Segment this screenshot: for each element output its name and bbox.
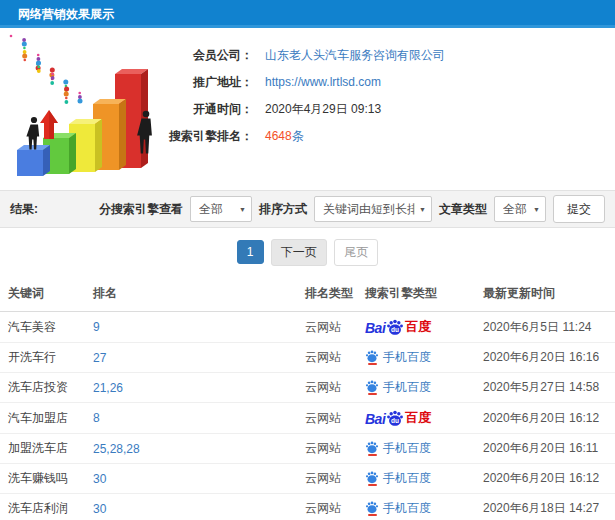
sort-label: 排序方式 [259, 201, 307, 218]
mobile-baidu-label: 手机百度 [383, 349, 431, 366]
results-table-body: 汽车美容9云网站Bai du 百度2020年6月5日 11:24开洗车行27云网… [0, 312, 615, 520]
mobile-baidu-logo-icon: 手机百度 [365, 440, 431, 457]
article-type-label: 文章类型 [439, 201, 487, 218]
mobile-baidu-underline [368, 363, 377, 365]
bar-blue [17, 145, 50, 176]
updated-time-cell: 2020年6月18日 14:27 [478, 494, 615, 520]
paw-icon [365, 380, 379, 393]
header-engine-type: 搜索引擎类型 [360, 276, 478, 312]
table-row: 洗车赚钱吗30云网站 手机百度2020年6月20日 16:12 [0, 464, 615, 494]
mobile-baidu-paw-icon [365, 350, 379, 365]
next-page-button[interactable]: 下一页 [271, 239, 327, 266]
table-row: 加盟洗车店25,28,28云网站 手机百度2020年6月20日 16:11 [0, 434, 615, 464]
info-row-open-time: 开通时间： 2020年4月29日 09:13 [160, 96, 605, 122]
rank-link[interactable]: 27 [93, 351, 106, 365]
engine-filter-select-wrap: 全部 [190, 196, 252, 222]
rank-cell: 30 [88, 464, 300, 494]
paw-icon: du [386, 319, 404, 336]
engine-cell: 手机百度 [360, 373, 478, 403]
filter-bar: 结果: 分搜索引擎查看 全部 排序方式 关键词由短到长排序 文章类型 全部 提交 [0, 190, 615, 228]
rank-cell: 9 [88, 312, 300, 343]
page-header: 网络营销效果展示 [0, 0, 615, 28]
ranking-count-suffix: 条 [292, 129, 304, 143]
info-row-url: 推广地址： https://www.lrtlsd.com [160, 69, 605, 95]
member-info: 会员公司： 山东老人头汽车服务咨询有限公司 推广地址： https://www.… [160, 34, 605, 186]
engine-cell: 手机百度 [360, 434, 478, 464]
bar-chart-illustration [8, 34, 160, 186]
header-rank-type: 排名类型 [300, 276, 360, 312]
engine-cell: Bai du 百度 [360, 312, 478, 343]
table-row: 洗车店投资21,26云网站 手机百度2020年5月27日 14:58 [0, 373, 615, 403]
info-row-company: 会员公司： 山东老人头汽车服务咨询有限公司 [160, 42, 605, 68]
submit-button[interactable]: 提交 [553, 195, 605, 223]
baidu-logo-icon: Bai du 百度 [365, 409, 431, 427]
mobile-baidu-label: 手机百度 [383, 500, 431, 517]
rank-link[interactable]: 30 [93, 472, 106, 486]
confetti-dots [10, 35, 83, 104]
growth-chart-image [8, 34, 160, 186]
company-link[interactable]: 山东老人头汽车服务咨询有限公司 [265, 47, 445, 64]
rank-type-cell: 云网站 [300, 343, 360, 373]
keyword-cell: 洗车店利润 [0, 494, 88, 520]
page-1-button[interactable]: 1 [237, 240, 264, 264]
header-keyword: 关键词 [0, 276, 88, 312]
keyword-cell: 加盟洗车店 [0, 434, 88, 464]
engine-filter-select[interactable]: 全部 [190, 196, 252, 222]
svg-text:du: du [391, 326, 399, 333]
rank-type-cell: 云网站 [300, 434, 360, 464]
svg-text:du: du [391, 417, 399, 424]
baidu-bai-text: Bai [365, 320, 385, 336]
promotion-url-link[interactable]: https://www.lrtlsd.com [265, 75, 381, 89]
updated-time-cell: 2020年6月20日 16:12 [478, 403, 615, 434]
updated-time-cell: 2020年6月20日 16:12 [478, 464, 615, 494]
header-rank: 排名 [88, 276, 300, 312]
rank-link[interactable]: 30 [93, 502, 106, 516]
keyword-cell: 汽车加盟店 [0, 403, 88, 434]
rank-link[interactable]: 8 [93, 411, 100, 425]
rank-cell: 21,26 [88, 373, 300, 403]
rank-link[interactable]: 9 [93, 320, 100, 334]
page-title: 网络营销效果展示 [18, 7, 114, 21]
table-row: 汽车加盟店8云网站Bai du 百度2020年6月20日 16:12 [0, 403, 615, 434]
rank-type-cell: 云网站 [300, 403, 360, 434]
engine-cell: Bai du 百度 [360, 403, 478, 434]
paw-icon [365, 441, 379, 454]
article-type-select[interactable]: 全部 [494, 196, 546, 222]
paw-icon: du [386, 410, 404, 427]
updated-time-cell: 2020年6月5日 11:24 [478, 312, 615, 343]
rank-type-cell: 云网站 [300, 312, 360, 343]
ranking-count-number: 4648 [265, 129, 292, 143]
person-left [26, 117, 39, 150]
rank-type-cell: 云网站 [300, 373, 360, 403]
pagination: 1 下一页 尾页 [0, 228, 615, 276]
mobile-baidu-paw-icon [365, 471, 379, 486]
baidu-logo-icon: Bai du 百度 [365, 318, 431, 336]
mobile-baidu-underline [368, 484, 377, 486]
rank-link[interactable]: 21,26 [93, 381, 123, 395]
sort-select-wrap: 关键词由短到长排序 [314, 196, 432, 222]
baidu-bai-text: Bai [365, 411, 385, 427]
table-header-row: 关键词 排名 排名类型 搜索引擎类型 最新更新时间 [0, 276, 615, 312]
last-page-button[interactable]: 尾页 [334, 239, 378, 266]
mobile-baidu-paw-icon [365, 441, 379, 456]
mobile-baidu-underline [368, 393, 377, 395]
keyword-cell: 汽车美容 [0, 312, 88, 343]
open-time-value: 2020年4月29日 09:13 [265, 101, 381, 118]
ranking-count-label: 搜索引擎排名： [160, 128, 253, 145]
mobile-baidu-logo-icon: 手机百度 [365, 379, 431, 396]
rank-cell: 8 [88, 403, 300, 434]
rank-cell: 25,28,28 [88, 434, 300, 464]
paw-icon [365, 350, 379, 363]
rank-cell: 27 [88, 343, 300, 373]
result-label: 结果: [10, 201, 38, 218]
mobile-baidu-paw-icon [365, 501, 379, 516]
rank-link[interactable]: 25,28,28 [93, 442, 140, 456]
mobile-baidu-logo-icon: 手机百度 [365, 470, 431, 487]
ranking-count-value: 4648条 [265, 128, 304, 145]
sort-select[interactable]: 关键词由短到长排序 [314, 196, 432, 222]
rank-type-cell: 云网站 [300, 494, 360, 520]
header-updated: 最新更新时间 [478, 276, 615, 312]
keyword-cell: 洗车赚钱吗 [0, 464, 88, 494]
mobile-baidu-logo-icon: 手机百度 [365, 500, 431, 517]
mobile-baidu-logo-icon: 手机百度 [365, 349, 431, 366]
